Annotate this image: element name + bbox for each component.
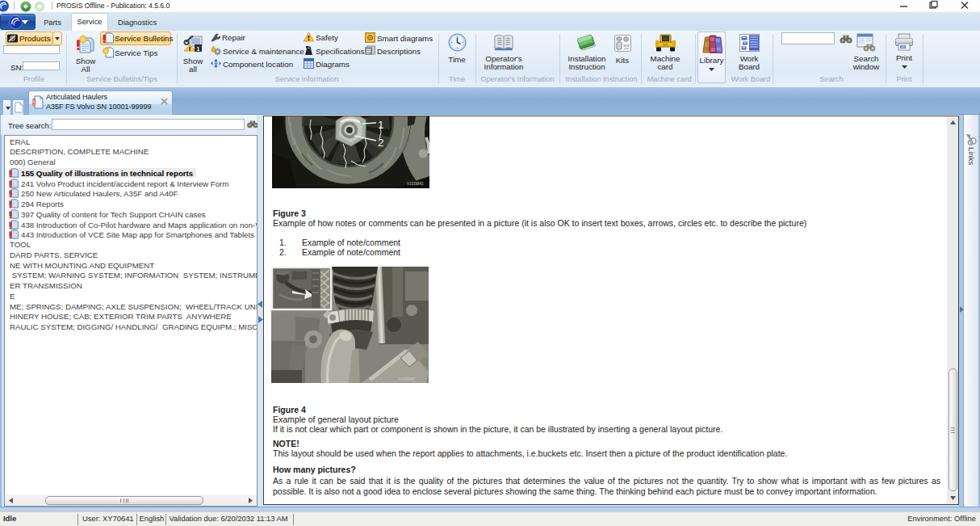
svg-text:2: 2 — [378, 137, 384, 149]
svg-text:1: 1 — [378, 119, 384, 131]
svg-text:1: 1 — [196, 46, 199, 52]
svg-text:V1039842: V1039842 — [407, 182, 424, 186]
svg-text:V1039847: V1039847 — [399, 377, 416, 381]
